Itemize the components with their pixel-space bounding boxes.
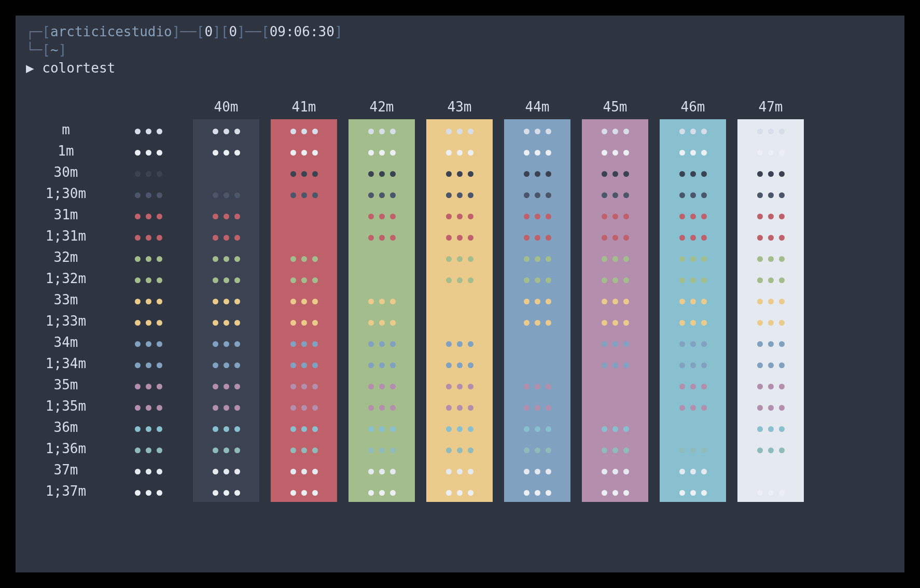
color-cell (349, 353, 415, 374)
row-label: 32m (37, 247, 104, 268)
color-cell (660, 353, 726, 374)
color-cell (193, 119, 259, 141)
color-cell (737, 459, 804, 481)
color-cell (660, 438, 726, 459)
color-cell (660, 162, 726, 183)
col-header: 44m (504, 98, 570, 119)
color-cell (193, 353, 259, 374)
color-cell (582, 119, 648, 141)
color-cell (349, 141, 415, 162)
color-cell (426, 353, 493, 374)
color-cell (271, 481, 337, 502)
dots-icon (290, 192, 318, 198)
dots-icon (290, 320, 318, 326)
dots-icon (524, 214, 551, 219)
dots-icon (213, 426, 240, 432)
col-header (115, 98, 182, 119)
dots-icon (290, 490, 318, 496)
dots-icon (446, 405, 473, 411)
color-cell (660, 481, 726, 502)
color-cell (737, 226, 804, 247)
color-cell (426, 417, 493, 438)
dots-icon (290, 277, 318, 283)
color-cell (582, 374, 648, 396)
color-cell (426, 311, 493, 332)
color-cell (193, 438, 259, 459)
color-cell (660, 204, 726, 226)
color-cell (115, 289, 182, 311)
color-cell (349, 162, 415, 183)
dots-icon (679, 469, 707, 474)
color-cell (737, 119, 804, 141)
dots-icon (213, 235, 240, 241)
dots-icon (679, 299, 707, 304)
colortest-grid: 40m41m42m43m44m45m46m47mm1m30m1;30m31m1;… (26, 98, 815, 502)
color-cell (426, 141, 493, 162)
color-cell (115, 141, 182, 162)
col-header: 40m (193, 98, 259, 119)
dots-icon (679, 277, 707, 283)
dots-icon (368, 341, 396, 347)
row-label: 31m (37, 204, 104, 226)
dots-icon (135, 341, 162, 347)
color-cell (271, 289, 337, 311)
color-cell (271, 417, 337, 438)
color-cell (193, 268, 259, 289)
dots-icon (368, 171, 396, 177)
row-label: 33m (37, 289, 104, 311)
dots-icon (679, 256, 707, 262)
dots-icon (213, 447, 240, 453)
dots-icon (446, 214, 473, 219)
row-label: 1;32m (37, 268, 104, 289)
color-cell (349, 396, 415, 417)
dots-icon (135, 405, 162, 411)
dots-icon (368, 447, 396, 453)
color-cell (349, 289, 415, 311)
color-cell (271, 311, 337, 332)
color-cell (582, 226, 648, 247)
row-label: 1;31m (37, 226, 104, 247)
color-cell (426, 332, 493, 353)
dots-icon (524, 256, 551, 262)
color-cell (193, 183, 259, 204)
color-cell (426, 247, 493, 268)
dots-icon (757, 469, 785, 474)
color-cell (737, 374, 804, 396)
color-cell (504, 417, 570, 438)
row-label: 1;33m (37, 311, 104, 332)
dots-icon (679, 384, 707, 389)
color-cell (271, 141, 337, 162)
color-cell (660, 183, 726, 204)
col-header: 47m (737, 98, 804, 119)
color-cell (426, 183, 493, 204)
color-cell (115, 459, 182, 481)
terminal-window[interactable]: ┌─[arcticicestudio]──[0][0]──[09:06:30] … (16, 16, 904, 572)
dots-icon (135, 192, 162, 198)
dots-icon (602, 171, 629, 177)
dots-icon (135, 426, 162, 432)
color-cell (271, 183, 337, 204)
dots-icon (368, 214, 396, 219)
dots-icon (757, 214, 785, 219)
dots-icon (213, 150, 240, 156)
color-cell (737, 396, 804, 417)
color-cell (193, 204, 259, 226)
dots-icon (446, 447, 473, 453)
command-line[interactable]: ▶ colortest (26, 59, 894, 77)
color-cell (737, 481, 804, 502)
color-cell (737, 183, 804, 204)
color-cell (660, 396, 726, 417)
dots-icon (524, 192, 551, 198)
color-cell (504, 438, 570, 459)
color-cell (193, 289, 259, 311)
color-cell (349, 247, 415, 268)
color-cell (737, 332, 804, 353)
color-cell (737, 438, 804, 459)
color-cell (504, 226, 570, 247)
dots-icon (524, 150, 551, 156)
dots-icon (524, 171, 551, 177)
color-cell (737, 353, 804, 374)
dots-icon (602, 384, 629, 389)
color-cell (115, 417, 182, 438)
color-cell (737, 311, 804, 332)
